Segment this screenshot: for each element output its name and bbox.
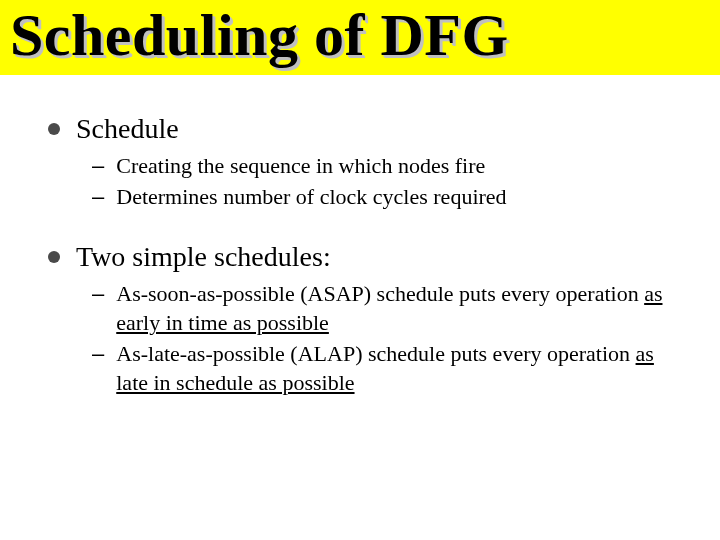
item-pre: As-late-as-possible (ALAP) schedule puts… [116, 341, 635, 366]
list-item: – As-late-as-possible (ALAP) schedule pu… [92, 339, 680, 397]
bullet-heading: Two simple schedules: [76, 241, 331, 273]
bullet-schedule: Schedule [48, 113, 680, 145]
slide-content: Schedule – Creating the sequence in whic… [0, 75, 720, 397]
list-item: – Creating the sequence in which nodes f… [92, 151, 680, 180]
bullet-heading: Schedule [76, 113, 179, 145]
sublist-schedule: – Creating the sequence in which nodes f… [48, 151, 680, 211]
item-text: As-soon-as-possible (ASAP) schedule puts… [116, 279, 680, 337]
dash-icon: – [92, 151, 104, 180]
item-text: Determines number of clock cycles requir… [116, 182, 680, 211]
title-bar: Scheduling of DFG [0, 0, 720, 75]
bullet-two-schedules: Two simple schedules: [48, 241, 680, 273]
bullet-icon [48, 251, 60, 263]
slide-title: Scheduling of DFG [10, 4, 710, 67]
dash-icon: – [92, 339, 104, 368]
item-text: Creating the sequence in which nodes fir… [116, 151, 680, 180]
bullet-icon [48, 123, 60, 135]
list-item: – As-soon-as-possible (ASAP) schedule pu… [92, 279, 680, 337]
sublist-two-schedules: – As-soon-as-possible (ASAP) schedule pu… [48, 279, 680, 397]
item-pre: As-soon-as-possible (ASAP) schedule puts… [116, 281, 644, 306]
item-text: As-late-as-possible (ALAP) schedule puts… [116, 339, 680, 397]
list-item: – Determines number of clock cycles requ… [92, 182, 680, 211]
dash-icon: – [92, 279, 104, 308]
dash-icon: – [92, 182, 104, 211]
